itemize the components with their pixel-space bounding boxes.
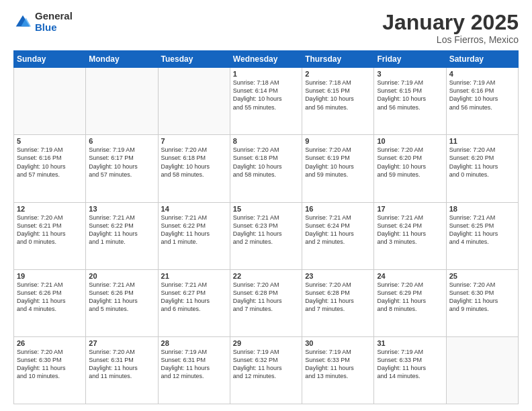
week-row-2: 5Sunrise: 7:19 AM Sunset: 6:16 PM Daylig… xyxy=(14,135,519,202)
day-info: Sunrise: 7:21 AM Sunset: 6:22 PM Dayligh… xyxy=(161,214,227,246)
day-info: Sunrise: 7:20 AM Sunset: 6:20 PM Dayligh… xyxy=(449,146,515,179)
day-number: 14 xyxy=(161,205,227,213)
calendar-cell: 8Sunrise: 7:20 AM Sunset: 6:18 PM Daylig… xyxy=(230,135,302,202)
calendar-cell: 14Sunrise: 7:21 AM Sunset: 6:22 PM Dayli… xyxy=(158,202,230,269)
calendar-cell: 18Sunrise: 7:21 AM Sunset: 6:25 PM Dayli… xyxy=(446,202,518,269)
calendar-cell: 10Sunrise: 7:20 AM Sunset: 6:20 PM Dayli… xyxy=(374,135,446,202)
header-saturday: Saturday xyxy=(446,51,518,68)
day-number: 16 xyxy=(305,205,371,213)
day-info: Sunrise: 7:20 AM Sunset: 6:28 PM Dayligh… xyxy=(233,281,299,314)
header-wednesday: Wednesday xyxy=(230,51,302,68)
day-info: Sunrise: 7:20 AM Sunset: 6:29 PM Dayligh… xyxy=(377,281,443,314)
day-info: Sunrise: 7:21 AM Sunset: 6:24 PM Dayligh… xyxy=(305,214,371,246)
header-monday: Monday xyxy=(86,51,158,68)
calendar-cell: 3Sunrise: 7:19 AM Sunset: 6:15 PM Daylig… xyxy=(374,68,446,135)
header-tuesday: Tuesday xyxy=(158,51,230,68)
day-number: 2 xyxy=(305,70,371,78)
calendar-cell: 17Sunrise: 7:21 AM Sunset: 6:24 PM Dayli… xyxy=(374,202,446,269)
logo: General Blue xyxy=(13,11,73,33)
calendar-cell: 21Sunrise: 7:21 AM Sunset: 6:27 PM Dayli… xyxy=(158,269,230,336)
day-number: 15 xyxy=(233,205,299,213)
day-number: 20 xyxy=(89,272,154,280)
calendar-cell: 9Sunrise: 7:20 AM Sunset: 6:19 PM Daylig… xyxy=(302,135,374,202)
day-number: 13 xyxy=(89,205,154,213)
day-number: 25 xyxy=(449,272,515,280)
day-number: 8 xyxy=(233,137,299,145)
day-info: Sunrise: 7:21 AM Sunset: 6:24 PM Dayligh… xyxy=(377,214,443,246)
calendar-cell: 5Sunrise: 7:19 AM Sunset: 6:16 PM Daylig… xyxy=(14,135,86,202)
day-info: Sunrise: 7:21 AM Sunset: 6:26 PM Dayligh… xyxy=(89,281,154,314)
calendar-cell: 26Sunrise: 7:20 AM Sunset: 6:30 PM Dayli… xyxy=(14,336,86,404)
day-number: 28 xyxy=(161,339,227,347)
calendar-cell xyxy=(14,68,86,135)
day-number: 1 xyxy=(233,70,299,78)
calendar-cell: 12Sunrise: 7:20 AM Sunset: 6:21 PM Dayli… xyxy=(14,202,86,269)
header-friday: Friday xyxy=(374,51,446,68)
calendar-cell: 1Sunrise: 7:18 AM Sunset: 6:14 PM Daylig… xyxy=(230,68,302,135)
calendar-cell: 31Sunrise: 7:19 AM Sunset: 6:33 PM Dayli… xyxy=(374,336,446,404)
day-info: Sunrise: 7:18 AM Sunset: 6:15 PM Dayligh… xyxy=(305,79,371,111)
calendar-cell: 13Sunrise: 7:21 AM Sunset: 6:22 PM Dayli… xyxy=(86,202,158,269)
day-number: 11 xyxy=(449,137,515,145)
calendar-cell xyxy=(446,336,518,404)
day-number: 22 xyxy=(233,272,299,280)
calendar-cell: 11Sunrise: 7:20 AM Sunset: 6:20 PM Dayli… xyxy=(446,135,518,202)
day-info: Sunrise: 7:19 AM Sunset: 6:33 PM Dayligh… xyxy=(305,348,371,381)
day-info: Sunrise: 7:19 AM Sunset: 6:33 PM Dayligh… xyxy=(377,348,443,381)
day-info: Sunrise: 7:20 AM Sunset: 6:28 PM Dayligh… xyxy=(305,281,371,314)
day-info: Sunrise: 7:20 AM Sunset: 6:21 PM Dayligh… xyxy=(17,214,83,246)
day-number: 31 xyxy=(377,339,443,347)
day-info: Sunrise: 7:19 AM Sunset: 6:16 PM Dayligh… xyxy=(17,146,83,179)
month-title: January 2025 xyxy=(382,11,519,34)
title-block: January 2025 Los Fierros, Mexico xyxy=(382,11,519,45)
calendar-cell: 6Sunrise: 7:19 AM Sunset: 6:17 PM Daylig… xyxy=(86,135,158,202)
day-number: 23 xyxy=(305,272,371,280)
day-number: 9 xyxy=(305,137,371,145)
day-number: 24 xyxy=(377,272,443,280)
day-info: Sunrise: 7:20 AM Sunset: 6:18 PM Dayligh… xyxy=(233,146,299,179)
location-subtitle: Los Fierros, Mexico xyxy=(382,34,519,45)
day-number: 29 xyxy=(233,339,299,347)
calendar-cell: 22Sunrise: 7:20 AM Sunset: 6:28 PM Dayli… xyxy=(230,269,302,336)
header: General Blue January 2025 Los Fierros, M… xyxy=(13,11,519,45)
calendar-cell xyxy=(86,68,158,135)
day-number: 10 xyxy=(377,137,443,145)
day-info: Sunrise: 7:21 AM Sunset: 6:23 PM Dayligh… xyxy=(233,214,299,246)
week-row-4: 19Sunrise: 7:21 AM Sunset: 6:26 PM Dayli… xyxy=(14,269,519,336)
day-number: 17 xyxy=(377,205,443,213)
day-number: 3 xyxy=(377,70,443,78)
logo-general: General xyxy=(35,10,73,21)
day-number: 21 xyxy=(161,272,227,280)
day-info: Sunrise: 7:20 AM Sunset: 6:19 PM Dayligh… xyxy=(305,146,371,179)
week-row-3: 12Sunrise: 7:20 AM Sunset: 6:21 PM Dayli… xyxy=(14,202,519,269)
day-info: Sunrise: 7:20 AM Sunset: 6:20 PM Dayligh… xyxy=(377,146,443,179)
calendar-cell: 2Sunrise: 7:18 AM Sunset: 6:15 PM Daylig… xyxy=(302,68,374,135)
day-number: 27 xyxy=(89,339,154,347)
day-info: Sunrise: 7:19 AM Sunset: 6:31 PM Dayligh… xyxy=(161,348,227,381)
day-info: Sunrise: 7:19 AM Sunset: 6:15 PM Dayligh… xyxy=(377,79,443,111)
day-info: Sunrise: 7:19 AM Sunset: 6:17 PM Dayligh… xyxy=(89,146,154,179)
day-number: 12 xyxy=(17,205,83,213)
calendar-cell: 15Sunrise: 7:21 AM Sunset: 6:23 PM Dayli… xyxy=(230,202,302,269)
calendar-cell: 19Sunrise: 7:21 AM Sunset: 6:26 PM Dayli… xyxy=(14,269,86,336)
calendar-cell: 7Sunrise: 7:20 AM Sunset: 6:18 PM Daylig… xyxy=(158,135,230,202)
calendar-cell: 23Sunrise: 7:20 AM Sunset: 6:28 PM Dayli… xyxy=(302,269,374,336)
day-number: 6 xyxy=(89,137,154,145)
day-number: 18 xyxy=(449,205,515,213)
day-info: Sunrise: 7:20 AM Sunset: 6:18 PM Dayligh… xyxy=(161,146,227,179)
calendar-cell: 24Sunrise: 7:20 AM Sunset: 6:29 PM Dayli… xyxy=(374,269,446,336)
header-thursday: Thursday xyxy=(302,51,374,68)
calendar-header-row: SundayMondayTuesdayWednesdayThursdayFrid… xyxy=(14,51,519,68)
calendar-cell: 16Sunrise: 7:21 AM Sunset: 6:24 PM Dayli… xyxy=(302,202,374,269)
calendar-cell: 27Sunrise: 7:20 AM Sunset: 6:31 PM Dayli… xyxy=(86,336,158,404)
calendar-cell: 30Sunrise: 7:19 AM Sunset: 6:33 PM Dayli… xyxy=(302,336,374,404)
day-number: 19 xyxy=(17,272,83,280)
calendar-cell: 4Sunrise: 7:19 AM Sunset: 6:16 PM Daylig… xyxy=(446,68,518,135)
calendar-cell: 20Sunrise: 7:21 AM Sunset: 6:26 PM Dayli… xyxy=(86,269,158,336)
day-info: Sunrise: 7:20 AM Sunset: 6:30 PM Dayligh… xyxy=(17,348,83,381)
logo-icon xyxy=(13,13,32,32)
day-info: Sunrise: 7:20 AM Sunset: 6:30 PM Dayligh… xyxy=(449,281,515,314)
day-info: Sunrise: 7:21 AM Sunset: 6:22 PM Dayligh… xyxy=(89,214,154,246)
logo-blue: Blue xyxy=(35,21,57,33)
day-number: 4 xyxy=(449,70,515,78)
